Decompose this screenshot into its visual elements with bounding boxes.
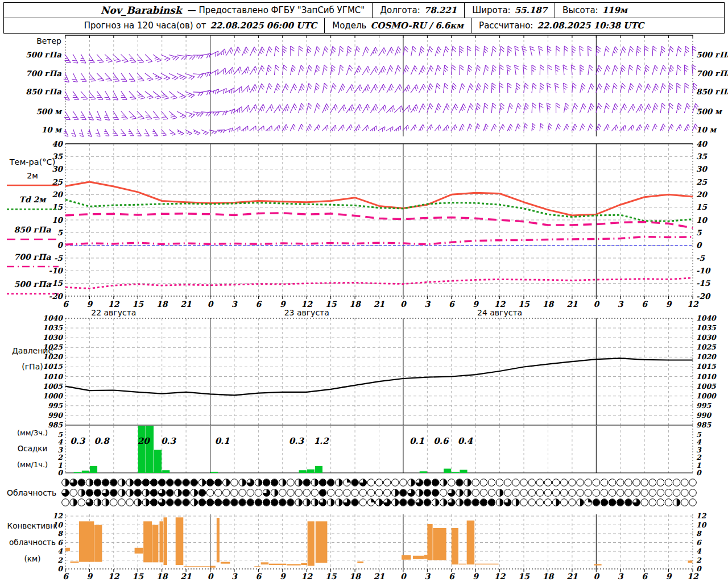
time-tick-label: 15: [518, 300, 530, 309]
convective-bar: [221, 562, 230, 564]
cloud-symbol: [617, 479, 624, 487]
temp-ytick-right: -20: [696, 292, 711, 301]
wind-barb: [64, 73, 69, 82]
wind-barb: [307, 84, 312, 93]
cloud-symbol: [118, 499, 126, 506]
wind-barb: [459, 84, 465, 93]
convective-title-line: облачность: [9, 538, 56, 547]
cloud-row-middle: [62, 489, 697, 497]
pressure-ytick-left: 1040: [43, 314, 63, 322]
time-tick-label: 9: [666, 572, 672, 581]
wind-barb: [604, 124, 610, 131]
wind-barb: [97, 55, 104, 63]
cloud-symbol: [528, 499, 536, 506]
wind-barb: [500, 65, 504, 75]
time-tick-label: 18: [543, 300, 555, 309]
wind-barb: [668, 124, 673, 131]
wind-barb: [379, 84, 386, 93]
wind-barb: [113, 73, 119, 81]
wind-barb: [580, 124, 585, 131]
wind-barb: [250, 126, 256, 131]
wind-barb: [604, 103, 610, 113]
longitude-value: 78.221: [424, 5, 457, 15]
wind-barb: [315, 103, 320, 113]
wind-barb: [620, 104, 627, 113]
wind-barb: [145, 73, 153, 81]
date-label: 22 августа: [91, 308, 136, 317]
wind-barb: [419, 124, 424, 131]
temp-ytick-right: 40: [696, 139, 708, 148]
wind-barb: [80, 111, 86, 119]
wind-barb: [452, 46, 456, 56]
time-tick-label: 6: [63, 572, 69, 581]
wind-barb: [177, 92, 185, 99]
precip-amount-label: 0.1: [410, 436, 424, 446]
pressure-ytick-right: 1030: [696, 333, 717, 342]
pressure-ytick-right: 1025: [696, 343, 717, 351]
precip-ytick-right: 0: [696, 468, 702, 477]
wind-barb: [443, 103, 449, 113]
cloud-symbol: [681, 489, 689, 497]
wind-barb: [547, 46, 551, 56]
precip-bar: [315, 466, 322, 473]
wind-barb: [620, 65, 625, 75]
wind-barb: [515, 124, 520, 131]
wind-barb-row: [65, 46, 697, 63]
cloud-symbol: [528, 479, 536, 487]
wind-barb: [692, 65, 696, 75]
wind-barb: [427, 84, 433, 93]
time-tick-label: 15: [518, 572, 530, 581]
cloud-symbol: [239, 489, 246, 497]
cloud-symbol: [255, 489, 262, 497]
wind-barb: [604, 84, 610, 93]
divider: [464, 3, 465, 18]
wind-barb: [362, 85, 370, 93]
wind-barb: [113, 91, 118, 100]
wind-barb: [588, 124, 593, 131]
wind-barb: [628, 125, 634, 131]
wind-barb: [315, 65, 320, 75]
wind-barb: [395, 47, 401, 56]
cloud-symbol: [391, 479, 399, 487]
pressure-ytick-right: 995: [696, 401, 712, 410]
wind-barb: [580, 83, 586, 93]
wind-barb: [354, 85, 362, 93]
wind-barb: [217, 49, 225, 56]
altitude-value: 119м: [602, 5, 627, 15]
cloud-symbol: [641, 489, 648, 497]
time-tick-label: 12: [687, 572, 699, 581]
wind-barb: [403, 65, 409, 75]
wind-barb: [491, 83, 495, 93]
latitude-label: Широта:: [472, 5, 510, 15]
wind-level-label-left: 500 м: [36, 107, 63, 116]
precip-bar: [307, 469, 315, 473]
convective-bar: [79, 521, 94, 562]
wind-barb: [144, 129, 150, 136]
temp-ytick-right: -15: [696, 278, 711, 288]
cloud-symbol: [287, 479, 295, 487]
precip-ytick-right: 2: [696, 453, 702, 462]
time-tick-label: 12: [494, 300, 506, 309]
wind-barb: [460, 46, 464, 56]
wind-barb: [282, 84, 288, 93]
wind-barb-row: [64, 103, 698, 120]
wind-barb: [628, 65, 633, 75]
wind-barb: [153, 111, 159, 119]
wind-barb: [322, 103, 329, 113]
cloud-symbol: [504, 479, 511, 487]
wind-barb: [652, 103, 658, 113]
cloud-symbol: [552, 479, 560, 487]
convective-bar: [287, 564, 301, 565]
precip-bar: [146, 426, 154, 473]
time-axis-labels: 6912151821036912151821036912151821036912…: [63, 296, 699, 317]
wind-barb: [250, 47, 257, 56]
wind-barb: [290, 124, 295, 131]
pressure-ytick-right: 1035: [696, 323, 717, 332]
time-tick-label: 9: [666, 300, 672, 309]
wind-barb: [507, 65, 511, 75]
time-tick-label: 15: [133, 572, 144, 581]
time-tick-label: 9: [473, 300, 479, 309]
wind-barb: [80, 54, 86, 63]
time-tick-label: 12: [494, 572, 506, 581]
wind-barb: [104, 129, 109, 136]
